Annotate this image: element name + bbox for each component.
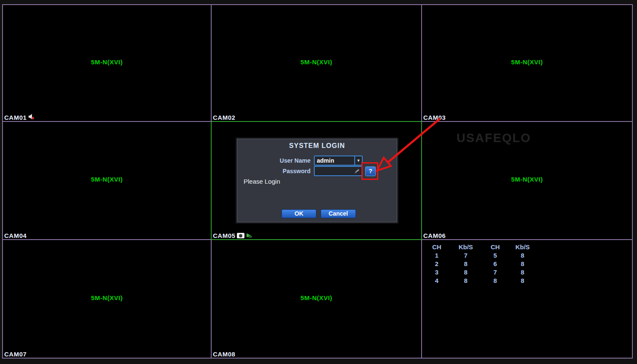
ch-value: 4 bbox=[425, 277, 449, 285]
recording-camera-icon bbox=[237, 233, 244, 238]
ch-value: 6 bbox=[483, 260, 508, 269]
kbs-value: 8 bbox=[508, 269, 537, 277]
system-login-dialog: SYSTEM LOGIN User Name admin ▼ Password … bbox=[237, 139, 397, 222]
audio-speaker-icon bbox=[28, 113, 35, 121]
col-header-kbs: Kb/S bbox=[508, 243, 537, 252]
chevron-down-icon[interactable]: ▼ bbox=[354, 156, 362, 165]
password-help-button[interactable]: ? bbox=[365, 166, 376, 176]
ch-value: 7 bbox=[483, 269, 508, 277]
password-input[interactable] bbox=[314, 166, 363, 176]
camera-label-text: CAM03 bbox=[423, 114, 446, 121]
camera-label-cam02: CAM02 bbox=[213, 114, 235, 121]
device-watermark: USAFEQLO bbox=[457, 131, 531, 145]
camera-cell-cam01[interactable]: 5M-N(XVI) CAM01 bbox=[3, 5, 212, 122]
col-header-ch: CH bbox=[425, 243, 449, 252]
camera-label-text: CAM02 bbox=[213, 114, 235, 121]
camera-label-text: CAM06 bbox=[423, 232, 446, 239]
camera-label-text: CAM07 bbox=[4, 351, 27, 358]
camera-label-text: CAM08 bbox=[213, 351, 235, 358]
camera-label-text: CAM05 bbox=[213, 232, 235, 239]
camera-label-text: CAM04 bbox=[4, 232, 27, 239]
camera-cell-cam08[interactable]: 5M-N(XVI) CAM08 bbox=[212, 240, 422, 358]
bitrate-table: CH Kb/S CH Kb/S 1 7 5 8 2 8 6 8 3 8 7 bbox=[425, 243, 537, 285]
signal-format-text: 5M-N(XVI) bbox=[422, 176, 632, 183]
bitrate-info-cell[interactable]: CH Kb/S CH Kb/S 1 7 5 8 2 8 6 8 3 8 7 bbox=[422, 240, 632, 358]
camera-cell-cam02[interactable]: 5M-N(XVI) CAM02 bbox=[212, 5, 422, 122]
kbs-value: 8 bbox=[508, 277, 537, 285]
bitrate-row: 2 8 6 8 bbox=[425, 260, 537, 269]
bitrate-header-row: CH Kb/S CH Kb/S bbox=[425, 243, 537, 252]
bitrate-row: 3 8 7 8 bbox=[425, 269, 537, 277]
camera-label-cam08: CAM08 bbox=[213, 351, 235, 358]
col-header-kbs: Kb/S bbox=[449, 243, 483, 252]
kbs-value: 7 bbox=[449, 252, 483, 260]
kbs-value: 8 bbox=[508, 252, 537, 260]
camera-label-cam05: CAM05 bbox=[213, 232, 253, 239]
cancel-button[interactable]: Cancel bbox=[321, 209, 356, 218]
signal-format-text: 5M-N(XVI) bbox=[422, 58, 632, 66]
ch-value: 1 bbox=[425, 252, 449, 260]
camera-label-cam01: CAM01 bbox=[4, 113, 35, 121]
username-label: User Name bbox=[237, 156, 311, 165]
bitrate-row: 4 8 8 8 bbox=[425, 277, 537, 285]
pen-edit-icon[interactable] bbox=[354, 168, 360, 174]
kbs-value: 8 bbox=[449, 269, 483, 277]
signal-format-text: 5M-N(XVI) bbox=[3, 294, 211, 301]
camera-cell-cam07[interactable]: 5M-N(XVI) CAM07 bbox=[3, 240, 212, 358]
ok-button[interactable]: OK bbox=[281, 209, 316, 218]
camera-label-cam06: CAM06 bbox=[423, 232, 446, 239]
signal-format-text: 5M-N(XVI) bbox=[3, 58, 211, 66]
password-label: Password bbox=[237, 167, 311, 176]
camera-label-text: CAM01 bbox=[4, 114, 27, 121]
ch-value: 5 bbox=[483, 252, 508, 260]
camera-label-cam03: CAM03 bbox=[423, 114, 446, 121]
ch-value: 8 bbox=[483, 277, 508, 285]
dialog-title: SYSTEM LOGIN bbox=[237, 139, 397, 150]
kbs-value: 8 bbox=[449, 260, 483, 269]
ch-value: 3 bbox=[425, 269, 449, 277]
signal-format-text: 5M-N(XVI) bbox=[212, 58, 421, 66]
ch-value: 2 bbox=[425, 260, 449, 269]
kbs-value: 8 bbox=[508, 260, 537, 269]
kbs-value: 8 bbox=[449, 277, 483, 285]
sd-flag-icon bbox=[246, 232, 253, 239]
bitrate-row: 1 7 5 8 bbox=[425, 252, 537, 260]
camera-label-cam07: CAM07 bbox=[4, 351, 27, 358]
camera-cell-cam03[interactable]: 5M-N(XVI) CAM03 bbox=[422, 5, 632, 122]
camera-label-cam04: CAM04 bbox=[4, 232, 27, 239]
col-header-ch: CH bbox=[483, 243, 508, 252]
login-status-text: Please Login bbox=[244, 178, 280, 185]
camera-cell-cam06[interactable]: USAFEQLO 5M-N(XVI) CAM06 bbox=[422, 122, 632, 240]
camera-cell-cam04[interactable]: 5M-N(XVI) CAM04 bbox=[3, 122, 212, 240]
username-value: admin bbox=[317, 156, 334, 165]
signal-format-text: 5M-N(XVI) bbox=[212, 294, 421, 301]
username-combobox[interactable]: admin ▼ bbox=[314, 156, 363, 166]
signal-format-text: 5M-N(XVI) bbox=[3, 176, 211, 183]
